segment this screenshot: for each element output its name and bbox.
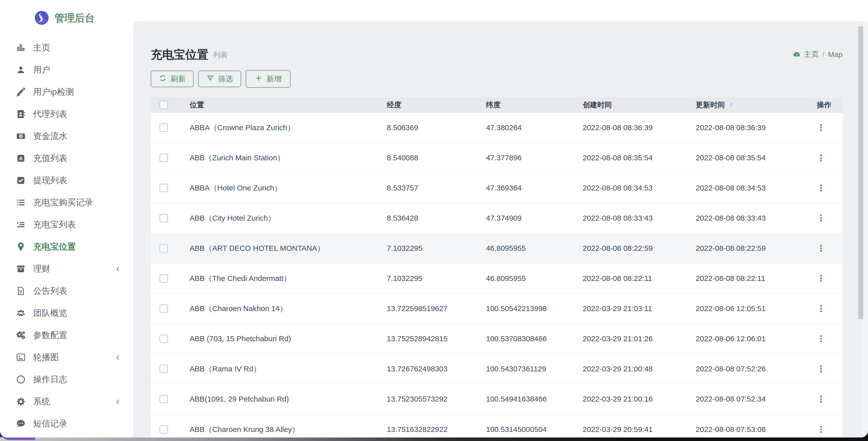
location-cell: ABB（City Hotel Zurich） — [190, 213, 387, 224]
sidebar-item-label: 用户ip检测 — [33, 86, 74, 98]
row-actions-menu-icon[interactable] — [817, 363, 825, 375]
sidebar-item-14[interactable]: 参数配置 — [0, 324, 133, 346]
row-checkbox[interactable] — [159, 153, 168, 162]
archive-icon — [16, 264, 26, 274]
column-header-label: 更新时间 — [696, 100, 725, 110]
row-checkbox[interactable] — [159, 214, 168, 223]
add-button[interactable]: 新增 — [246, 70, 290, 88]
table-row: ABBA（Crowne Plaza Zurich）8.50636947.3802… — [151, 113, 843, 143]
table-row: ABBA（Hotel One Zurich）8.53375747.3693642… — [151, 173, 843, 203]
row-checkbox-cell — [151, 395, 190, 403]
column-header-2[interactable]: 经度 — [387, 100, 486, 110]
tachometer-icon — [793, 51, 801, 59]
actions-cell — [814, 152, 843, 164]
row-checkbox[interactable] — [159, 425, 168, 434]
sidebar-item-label: 系统 — [33, 396, 50, 407]
sidebar-item-6[interactable]: A充值列表 — [0, 147, 133, 169]
row-actions-menu-icon[interactable] — [817, 424, 825, 435]
latitude-cell: 100.53708308466 — [486, 334, 583, 343]
brand-title: 管理后台 — [55, 11, 95, 25]
brand: 管理后台 — [0, 0, 133, 26]
row-checkbox[interactable] — [159, 244, 168, 253]
location-cell: ABB（Charoen Nakhon 14） — [190, 303, 387, 314]
created-at-cell: 2022-03-29 21:00:48 — [583, 364, 696, 373]
row-checkbox[interactable] — [159, 364, 168, 373]
column-header-label: 位置 — [190, 101, 204, 109]
page-title: 充电宝位置 — [151, 48, 209, 62]
row-actions-menu-icon[interactable] — [817, 182, 825, 194]
actions-cell — [814, 273, 843, 284]
vertical-scrollbar-thumb[interactable] — [858, 26, 863, 319]
breadcrumb-home-link[interactable]: 主页 — [804, 49, 819, 60]
row-checkbox-cell — [151, 244, 190, 253]
row-actions-menu-icon[interactable] — [817, 242, 825, 254]
row-checkbox[interactable] — [159, 123, 168, 132]
top-band — [133, 0, 868, 21]
column-header-6[interactable]: 操作 — [814, 100, 843, 110]
actions-cell — [814, 303, 843, 314]
svg-text:A: A — [19, 156, 23, 161]
row-actions-menu-icon[interactable] — [817, 212, 825, 224]
table-body: ABBA（Crowne Plaza Zurich）8.50636947.3802… — [151, 113, 843, 438]
chart-bar-icon — [16, 42, 26, 53]
sidebar-item-10[interactable]: 充电宝位置 — [0, 236, 133, 258]
column-header-5[interactable]: 更新时间 — [696, 100, 814, 110]
select-all-checkbox[interactable] — [159, 101, 168, 109]
breadcrumb: 主页 / Map — [793, 49, 843, 60]
row-actions-menu-icon[interactable] — [817, 152, 825, 164]
app-window: 管理后台 主页用户用户ip检测代理列表资金流水A充值列表提现列表充电宝购买记录充… — [0, 0, 868, 438]
page-header: 充电宝位置 列表 — [151, 48, 843, 62]
updated-at-cell: 2022-08-08 08:22:11 — [696, 274, 814, 283]
sidebar-item-7[interactable]: 提现列表 — [0, 169, 133, 192]
row-checkbox-cell — [151, 274, 190, 283]
row-actions-menu-icon[interactable] — [817, 333, 825, 345]
row-checkbox-cell — [151, 334, 190, 343]
row-actions-menu-icon[interactable] — [817, 303, 825, 314]
row-checkbox[interactable] — [159, 274, 168, 283]
column-header-label: 纬度 — [486, 101, 501, 109]
filter-button[interactable]: 筛选 — [198, 70, 241, 87]
sidebar-item-label: 充值列表 — [33, 152, 67, 164]
sidebar-item-8[interactable]: 充电宝购买记录 — [0, 192, 133, 214]
row-checkbox[interactable] — [159, 304, 168, 313]
table-row: ABB（ART DECO HOTEL MONTANA）7.103229546.8… — [151, 233, 843, 264]
latitude-cell: 100.50542213998 — [486, 304, 583, 313]
column-header-3[interactable]: 纬度 — [486, 100, 583, 110]
address-book-icon — [16, 109, 26, 119]
sidebar-item-12[interactable]: 公告列表 — [0, 280, 133, 302]
sidebar-item-3[interactable]: 用户ip检测 — [0, 81, 133, 103]
sidebar-item-13[interactable]: 团队概览 — [0, 302, 133, 324]
refresh-button[interactable]: 刷新 — [151, 70, 194, 87]
row-actions-menu-icon[interactable] — [817, 273, 825, 284]
stream-list-icon — [16, 219, 26, 230]
created-at-cell: 2022-03-29 21:01:26 — [583, 334, 696, 343]
filter-button-label: 筛选 — [218, 74, 233, 84]
sidebar-item-9[interactable]: 充电宝列表 — [0, 214, 133, 236]
updated-at-cell: 2022-08-08 07:52:34 — [696, 395, 814, 403]
sidebar-item-15[interactable]: 轮播图 — [0, 346, 133, 369]
column-header-1[interactable]: 位置 — [190, 100, 387, 110]
sidebar-item-1[interactable]: 主页 — [0, 37, 133, 59]
row-checkbox[interactable] — [159, 395, 168, 403]
refresh-button-label: 刷新 — [170, 74, 186, 84]
sidebar-item-17[interactable]: 系统 — [0, 390, 133, 413]
sidebar-item-label: 短信记录 — [33, 418, 67, 430]
sidebar-item-18[interactable]: 短信记录 — [0, 413, 133, 435]
sidebar-item-16[interactable]: 操作日志 — [0, 369, 133, 390]
row-actions-menu-icon[interactable] — [817, 122, 825, 134]
sidebar-item-2[interactable]: 用户 — [0, 59, 133, 81]
column-header-label: 创建时间 — [583, 101, 612, 109]
sidebar-item-11[interactable]: 理财 — [0, 258, 133, 280]
row-checkbox[interactable] — [159, 334, 168, 343]
main-area: 充电宝位置 列表 — [133, 0, 868, 438]
created-at-cell: 2022-08-08 08:22:59 — [583, 244, 696, 253]
location-cell: ABB (703, 15 Phetchaburi Rd) — [190, 334, 387, 343]
sort-arrow-up-icon — [728, 101, 735, 109]
row-actions-menu-icon[interactable] — [817, 393, 825, 405]
sidebar-item-5[interactable]: 资金流水 — [0, 125, 133, 147]
column-header-4[interactable]: 创建时间 — [583, 100, 696, 110]
row-checkbox[interactable] — [159, 184, 168, 192]
content-panel: 充电宝位置 列表 — [133, 21, 863, 438]
row-checkbox-cell — [151, 184, 190, 192]
sidebar-item-4[interactable]: 代理列表 — [0, 103, 133, 125]
